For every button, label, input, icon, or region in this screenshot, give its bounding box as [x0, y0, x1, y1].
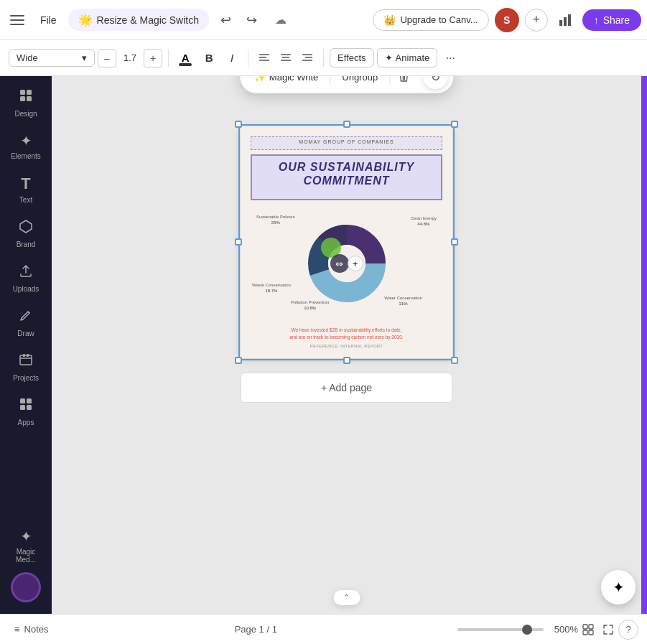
svg-rect-32 — [583, 630, 587, 635]
italic-button[interactable]: I — [222, 48, 242, 68]
canvas-area[interactable]: ✨ Magic Write Ungroup ↻ — [52, 76, 641, 614]
magic-media-icon: ✦ — [20, 528, 32, 545]
share-button[interactable]: ↑ Share — [582, 9, 641, 31]
svg-rect-0 — [559, 20, 562, 26]
handle-bm[interactable] — [343, 357, 350, 364]
sidebar-item-label: Brand — [17, 241, 36, 248]
apps-icon — [18, 396, 34, 416]
expand-panel-button[interactable]: ⌃ — [333, 590, 360, 605]
bold-button[interactable]: B — [199, 48, 219, 68]
floating-toolbar: ✨ Magic Write Ungroup ↻ — [240, 76, 453, 93]
card-reference: REFERENCE: INTERNAL REPORT — [251, 344, 442, 348]
handle-bl[interactable] — [235, 357, 242, 364]
svg-rect-12 — [20, 90, 25, 95]
label-sustainable: Sustainable Policies25% — [256, 215, 295, 226]
fullscreen-button[interactable] — [598, 620, 618, 640]
decrease-size-button[interactable]: – — [98, 49, 116, 67]
animate-button[interactable]: ✦ Animate — [377, 48, 438, 67]
main-area: Design ✦ Elements T Text Brand — [0, 76, 647, 614]
toolbar-divider-2 — [389, 76, 390, 84]
sidebar-item-label: Projects — [13, 374, 39, 382]
font-family-select[interactable]: Wide ▾ — [9, 49, 95, 67]
design-icon — [18, 88, 34, 107]
magic-fab-button[interactable]: ✦ — [601, 570, 636, 605]
divider-1 — [168, 50, 169, 67]
user-avatar[interactable]: S — [495, 8, 519, 32]
sidebar: Design ✦ Elements T Text Brand — [0, 76, 52, 614]
resize-cursor-icon: ⇔ — [330, 254, 349, 273]
magic-write-button[interactable]: ✨ Magic Write — [246, 76, 327, 86]
add-cursor-icon: + — [348, 256, 363, 271]
text-color-button[interactable]: A — [174, 47, 196, 69]
sidebar-item-uploads[interactable]: Uploads — [3, 257, 49, 299]
page-info: Page 1 / 1 — [235, 624, 277, 635]
card-body-text: We have invested $2B in sustainability e… — [251, 327, 442, 341]
sidebar-item-label: Uploads — [13, 285, 39, 293]
sidebar-item-magic-media[interactable]: ✦ Magic Med... — [3, 522, 49, 569]
undo-button[interactable]: ↩ — [215, 9, 238, 32]
label-clean-energy: Clean Energy44.8% — [411, 216, 437, 228]
delete-button[interactable] — [393, 76, 414, 88]
grid-view-button[interactable] — [578, 620, 598, 640]
avatar-inner — [13, 574, 39, 600]
notes-button[interactable]: ≡ Notes — [9, 621, 55, 638]
increase-size-button[interactable]: + — [144, 49, 162, 67]
ungroup-button[interactable]: Ungroup — [333, 76, 386, 86]
sidebar-item-design[interactable]: Design — [3, 82, 49, 123]
svg-rect-33 — [589, 630, 593, 635]
svg-rect-19 — [27, 354, 29, 357]
svg-rect-21 — [27, 398, 32, 403]
sidebar-item-text[interactable]: T Text — [3, 169, 49, 210]
sidebar-item-label: Elements — [11, 152, 41, 160]
redo-button[interactable]: ↪ — [241, 9, 264, 32]
bottombar: ≡ Notes Page 1 / 1 500% ? — [0, 614, 647, 644]
divider-3 — [323, 50, 324, 67]
topbar-right: 👑 Upgrade to Canv... S + ↑ Share — [373, 8, 641, 32]
refresh-button[interactable]: ↻ — [423, 76, 447, 89]
draw-icon — [18, 307, 34, 327]
notes-icon: ≡ — [14, 624, 20, 635]
resize-magic-button[interactable]: 🌟 Resize & Magic Switch — [68, 9, 209, 31]
handle-br[interactable] — [451, 357, 458, 364]
add-page-button[interactable]: + Add page — [241, 373, 452, 403]
more-options-button[interactable]: ··· — [440, 48, 460, 68]
align-buttons — [254, 48, 317, 68]
menu-button[interactable] — [6, 9, 29, 32]
handle-ml[interactable] — [235, 238, 242, 246]
svg-rect-18 — [23, 354, 25, 357]
zoom-slider[interactable] — [457, 628, 544, 631]
sidebar-item-elements[interactable]: ✦ Elements — [3, 126, 49, 166]
handle-tm[interactable] — [343, 121, 350, 128]
topbar: File 🌟 Resize & Magic Switch ↩ ↪ ☁ 👑 Upg… — [0, 0, 647, 40]
align-center-button[interactable] — [276, 48, 296, 68]
handle-mr[interactable] — [451, 238, 458, 246]
star-icon: 🌟 — [78, 13, 93, 27]
sidebar-item-apps[interactable]: Apps — [3, 391, 49, 432]
handle-tl[interactable] — [235, 121, 242, 128]
sidebar-item-brand[interactable]: Brand — [3, 213, 49, 254]
sparkle-icon: ✦ — [385, 52, 393, 63]
chevron-down-icon: ▾ — [82, 52, 87, 63]
align-left-button[interactable] — [254, 48, 274, 68]
help-button[interactable]: ? — [618, 620, 638, 640]
svg-rect-15 — [27, 96, 32, 101]
user-avatar-sidebar[interactable] — [11, 572, 41, 602]
svg-rect-2 — [568, 14, 571, 26]
cloud-save-button[interactable]: ☁ — [269, 9, 292, 32]
sidebar-item-draw[interactable]: Draw — [3, 302, 49, 343]
add-button[interactable]: + — [525, 9, 548, 32]
svg-rect-1 — [564, 17, 567, 26]
upgrade-button[interactable]: 👑 Upgrade to Canv... — [373, 9, 488, 31]
align-right-button[interactable] — [297, 48, 317, 68]
font-size-value[interactable]: 1.7 — [118, 52, 142, 63]
canvas-card[interactable]: MOMAY GROUP OF COMPANIES OUR SUSTAINABIL… — [241, 126, 452, 358]
file-button[interactable]: File — [34, 11, 62, 29]
divider-2 — [248, 50, 248, 67]
chart-button[interactable] — [554, 9, 577, 32]
projects-icon — [18, 352, 34, 371]
sidebar-item-projects[interactable]: Projects — [3, 346, 49, 388]
handle-tr[interactable] — [451, 121, 458, 128]
sidebar-item-label: Design — [14, 110, 37, 118]
svg-rect-22 — [20, 405, 25, 410]
effects-button[interactable]: Effects — [330, 48, 374, 67]
